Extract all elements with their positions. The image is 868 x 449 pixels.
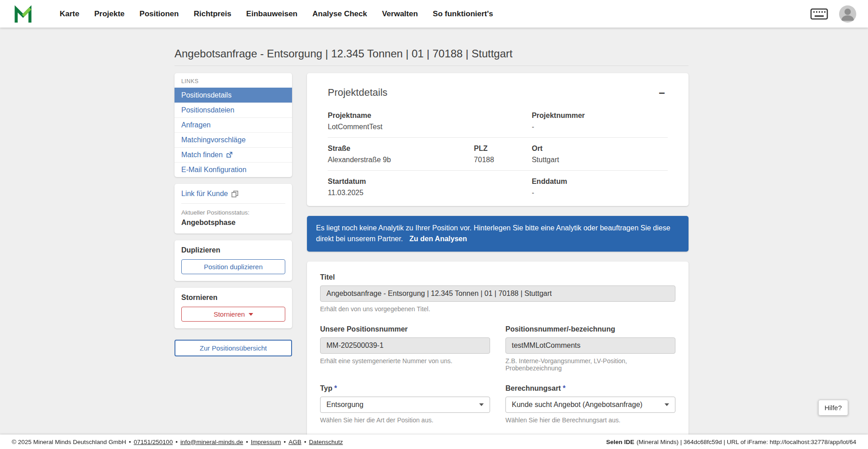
projektname-label: Projektname	[328, 112, 532, 120]
strasse-label: Straße	[328, 145, 474, 153]
customer-link[interactable]: Link für Kunde	[181, 190, 285, 204]
top-navbar: Karte Projekte Positionen Richtpreis Ein…	[0, 0, 868, 28]
keyboard-icon[interactable]	[810, 7, 828, 21]
sidebar: LINKS Positionsdetails Positionsdateien …	[175, 73, 292, 356]
plz-value: 70188	[474, 156, 532, 164]
footer-email-link[interactable]: info@mineral-minds.de	[180, 439, 243, 445]
links-card: LINKS Positionsdetails Positionsdateien …	[175, 73, 292, 177]
titel-label: Titel	[320, 273, 675, 281]
position-form-card: Titel Erhält den von uns vorgegebenen Ti…	[307, 262, 689, 449]
nav-item-so-funktionierts[interactable]: So funktioniert's	[427, 5, 498, 23]
main-column: Projektdetails − Projektname LotCommentT…	[307, 73, 689, 449]
person-icon	[839, 5, 856, 23]
analyses-link[interactable]: Zu den Analysen	[410, 235, 467, 243]
page-title: Angebotsanfrage - Entsorgung | 12.345 To…	[175, 47, 689, 66]
project-details-card: Projektdetails − Projektname LotCommentT…	[307, 73, 689, 206]
projektname-value: LotCommentTest	[328, 123, 532, 131]
footer-ide-name: Selen IDE	[606, 439, 634, 445]
bezeichnung-label: Positionsnummer/-bezeichnung	[505, 325, 675, 333]
banner-text: Es liegt noch keine Analytik zu Ihrer Po…	[316, 224, 670, 243]
strasse-value: Alexanderstraße 9b	[328, 156, 474, 164]
footer-ide-info: (Mineral Minds) | 364dc68fc59d | URL of …	[637, 439, 856, 445]
footer-left: © 2025 Mineral Minds Deutschland GmbH • …	[12, 439, 343, 445]
startdatum-label: Startdatum	[328, 178, 532, 186]
duplicate-card: Duplizieren Position duplizieren	[175, 240, 292, 281]
position-overview-button[interactable]: Zur Positionsübersicht	[175, 340, 292, 356]
analytics-info-banner: Es liegt noch keine Analytik zu Ihrer Po…	[307, 216, 689, 252]
footer-datenschutz-link[interactable]: Datenschutz	[309, 439, 343, 445]
typ-select[interactable]: Entsorgung	[320, 397, 490, 413]
cancel-card-title: Stornieren	[181, 294, 285, 302]
berechnungsart-help: Wählen Sie hier die Berechnungsart aus.	[505, 416, 675, 424]
project-row: Straße Alexanderstraße 9b PLZ 70188 Ort …	[328, 138, 668, 171]
caret-down-icon	[479, 403, 484, 406]
collapse-icon[interactable]: −	[656, 87, 668, 99]
nav-item-verwalten[interactable]: Verwalten	[377, 5, 423, 23]
plz-label: PLZ	[474, 145, 532, 153]
cancel-card: Stornieren Stornieren	[175, 288, 292, 328]
footer-impressum-link[interactable]: Impressum	[251, 439, 281, 445]
duplicate-position-button[interactable]: Position duplizieren	[181, 259, 285, 274]
page-content: Angebotsanfrage - Entsorgung | 12.345 To…	[175, 28, 689, 449]
sidebar-item-positionsdetails[interactable]: Positionsdetails	[175, 88, 292, 103]
nav-item-analyse-check[interactable]: Analyse Check	[307, 5, 373, 23]
bezeichnung-input[interactable]	[505, 337, 675, 354]
bezeichnung-help: Z.B. Interne-Vorgangsnummer, LV-Position…	[505, 357, 675, 372]
help-button[interactable]: Hilfe?	[818, 400, 848, 416]
nav-item-karte[interactable]: Karte	[54, 5, 85, 23]
logo-m-icon	[14, 5, 33, 23]
sidebar-item-matchingvorschlaege[interactable]: Matchingvorschläge	[175, 132, 292, 147]
user-avatar[interactable]	[839, 5, 856, 23]
footer-copyright: © 2025 Mineral Minds Deutschland GmbH	[12, 439, 126, 445]
position-status-label: Aktueller Positionsstatus:	[181, 209, 285, 216]
cancel-position-button[interactable]: Stornieren	[181, 307, 285, 322]
footer-phone-link[interactable]: 07151/250100	[134, 439, 173, 445]
copy-icon	[231, 191, 238, 197]
project-row: Startdatum 11.03.2025 Enddatum -	[328, 171, 668, 203]
project-row: Projektname LotCommentTest Projektnummer…	[328, 105, 668, 138]
position-status-value: Angebotsphase	[181, 219, 285, 227]
nav-item-richtpreis[interactable]: Richtpreis	[188, 5, 236, 23]
caret-down-icon	[249, 313, 253, 316]
links-card-header: LINKS	[175, 73, 292, 88]
required-asterisk: *	[563, 384, 566, 392]
sidebar-item-match-finden[interactable]: Match finden	[175, 147, 292, 162]
duplicate-card-title: Duplizieren	[181, 246, 285, 254]
berechnungsart-label: Berechnungsart*	[505, 384, 675, 393]
required-asterisk: *	[334, 384, 337, 392]
sidebar-item-positionsdateien[interactable]: Positionsdateien	[175, 103, 292, 117]
typ-help: Wählen Sie hier die Art der Position aus…	[320, 416, 490, 424]
berechnungsart-select[interactable]: Kunde sucht Angebot (Angebotsanfrage)	[505, 397, 675, 413]
nav-item-einbauweisen[interactable]: Einbauweisen	[241, 5, 303, 23]
footer-right: Selen IDE (Mineral Minds) | 364dc68fc59d…	[606, 439, 856, 445]
positionsnummer-help: Erhält eine systemgenerierte Nummer von …	[320, 357, 490, 365]
positionsnummer-input[interactable]	[320, 337, 490, 354]
nav-item-positionen[interactable]: Positionen	[134, 5, 184, 23]
external-link-icon	[226, 152, 232, 158]
positionsnummer-label: Unsere Positionsnummer	[320, 325, 490, 333]
main-nav: Karte Projekte Positionen Richtpreis Ein…	[54, 5, 810, 23]
enddatum-label: Enddatum	[532, 178, 668, 186]
startdatum-value: 11.03.2025	[328, 189, 532, 197]
nav-item-projekte[interactable]: Projekte	[89, 5, 130, 23]
project-details-title: Projektdetails	[328, 87, 387, 98]
projektnummer-value: -	[532, 123, 668, 131]
ort-value: Stuttgart	[532, 156, 668, 164]
titel-help: Erhält den von uns vorgegebenen Titel.	[320, 305, 675, 313]
ort-label: Ort	[532, 145, 668, 153]
footer-agb-link[interactable]: AGB	[288, 439, 302, 445]
enddatum-value: -	[532, 189, 668, 197]
projektnummer-label: Projektnummer	[532, 112, 668, 120]
sidebar-item-anfragen[interactable]: Anfragen	[175, 117, 292, 132]
footer: © 2025 Mineral Minds Deutschland GmbH • …	[0, 435, 868, 449]
titel-input[interactable]	[320, 285, 675, 302]
caret-down-icon	[665, 403, 669, 406]
sidebar-item-email-konfiguration[interactable]: E-Mail Konfiguration	[175, 162, 292, 177]
navbar-right	[810, 5, 856, 23]
typ-label: Typ*	[320, 384, 490, 393]
mineral-minds-logo[interactable]	[14, 5, 33, 23]
status-card: Link für Kunde Aktueller Positionsstatus…	[175, 184, 292, 234]
